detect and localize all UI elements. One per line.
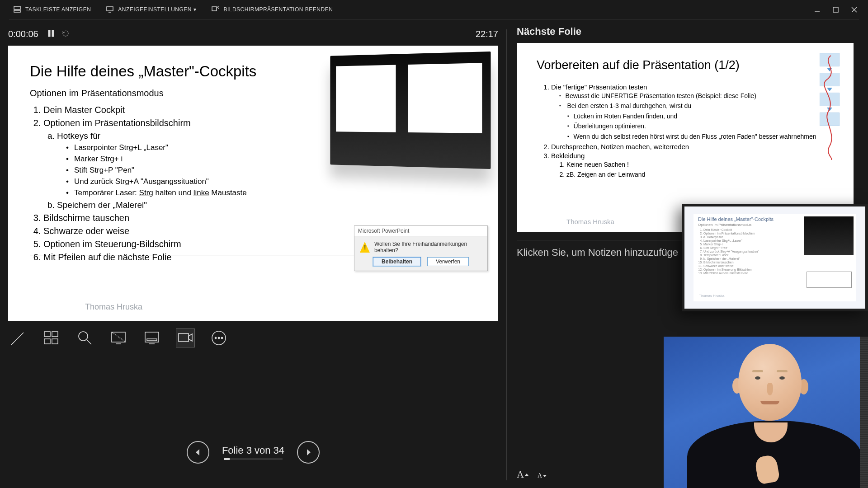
clock-time: 22:17 — [476, 29, 498, 39]
svg-point-19 — [79, 332, 88, 341]
hotkey-4: Und zurück Strg+A "Ausgangssituation" — [66, 177, 476, 186]
svg-point-29 — [215, 337, 216, 338]
svg-rect-24 — [147, 339, 157, 341]
black-screen-tool[interactable] — [109, 329, 127, 347]
show-taskbar-button[interactable]: TASKLEISTE ANZEIGEN — [8, 6, 101, 13]
end-presentation-label: BILDSCHIRMPRÄSENTATION BEENDEN — [223, 6, 333, 13]
svg-point-31 — [221, 337, 222, 338]
dialog-text: Wollen Sie Ihre Freihandanmerkungen beha… — [374, 241, 482, 253]
next-slide-title: Vorbereiten auf die Präsentation (1/2) — [537, 58, 834, 72]
next-p3a: Keine neuen Sachen ! — [566, 160, 834, 169]
maximize-icon[interactable] — [833, 7, 839, 13]
svg-rect-4 — [212, 7, 217, 11]
pause-button[interactable] — [47, 29, 55, 39]
svg-rect-16 — [52, 332, 58, 337]
next-p1b3: Wenn du dich selbst reden hörst wirst du… — [567, 131, 834, 141]
svg-rect-0 — [14, 10, 20, 12]
svg-rect-17 — [44, 339, 50, 344]
next-p1b: Bei den ersten 1-3 mal durchgehen, wirst… — [559, 101, 834, 141]
svg-marker-33 — [307, 449, 311, 455]
zoom-tool[interactable] — [76, 329, 94, 347]
subtitle-tool[interactable] — [143, 329, 161, 347]
display-settings-label: ANZEIGEEINSTELLUNGEN ▾ — [118, 6, 196, 13]
svg-rect-2 — [107, 7, 113, 11]
hotkey-5: Temporärer Laser: Strg halten und linke … — [66, 188, 476, 197]
slide-item-3: Bildschirme tauschen — [43, 213, 476, 223]
window-controls — [814, 7, 860, 13]
svg-marker-32 — [196, 449, 199, 455]
svg-line-20 — [87, 340, 91, 344]
svg-rect-1 — [14, 6, 20, 9]
slide-item-2b: Speichern der „Malerei" — [57, 200, 476, 210]
pen-tool[interactable] — [9, 329, 27, 347]
close-icon[interactable] — [851, 7, 857, 13]
svg-rect-8 — [833, 7, 838, 12]
display-settings-icon — [106, 6, 113, 13]
svg-rect-15 — [44, 332, 50, 337]
increase-font-button[interactable]: A — [517, 469, 528, 480]
timer-row: 0:00:06 22:17 — [8, 26, 498, 42]
svg-rect-18 — [52, 339, 58, 344]
dialog-title: Microsoft PowerPoint — [354, 226, 487, 236]
slide-counter: Folie 3 von 34 — [222, 445, 284, 460]
slide-nav: Folie 3 von 34 — [8, 441, 498, 464]
end-presentation-button[interactable]: BILDSCHIRMPRÄSENTATION BEENDEN — [206, 6, 343, 13]
top-toolbar: TASKLEISTE ANZEIGEN ANZEIGEEINSTELLUNGEN… — [0, 0, 868, 19]
presenter-mirror-overlay: Die Hilfe deines „Master"-Cockpits Optio… — [682, 204, 868, 311]
next-slide-heading: Nächste Folie — [517, 26, 864, 38]
taskbar-icon — [14, 6, 21, 13]
next-p1: Die "fertige" Präsentation testen Bewuss… — [551, 83, 834, 141]
slide-author: Thomas Hruska — [85, 302, 142, 312]
thread-graphic — [817, 53, 842, 161]
next-p1b1: Lücken im Roten Fanden finden, und — [567, 111, 834, 121]
display-settings-button[interactable]: ANZEIGEEINSTELLUNGEN ▾ — [101, 6, 206, 13]
embedded-dialog: Microsoft PowerPoint Wollen Sie Ihre Fre… — [354, 225, 488, 271]
next-p1a: Bewusst die UNFERTIGE Präsentation teste… — [559, 91, 834, 101]
reset-button[interactable] — [62, 29, 69, 39]
svg-line-14 — [11, 343, 14, 345]
end-presentation-icon — [212, 6, 219, 13]
svg-rect-11 — [48, 30, 50, 37]
next-p1b2: Überleitungen optimieren. — [567, 121, 834, 131]
svg-rect-26 — [179, 333, 189, 342]
dialog-discard-button: Verwerfen — [427, 257, 469, 266]
decrease-font-button[interactable]: A — [538, 472, 547, 479]
show-taskbar-label: TASKLEISTE ANZEIGEN — [25, 6, 91, 13]
svg-point-30 — [218, 337, 219, 338]
svg-rect-12 — [52, 30, 54, 37]
warning-icon — [360, 242, 370, 253]
mirror-author: Thomas Hruska — [699, 294, 724, 298]
minimize-icon[interactable] — [814, 7, 820, 13]
more-tool[interactable] — [210, 329, 228, 347]
camera-tool[interactable] — [176, 329, 194, 347]
next-p2: Durchsprechen, Notizen machen, weiterred… — [551, 143, 834, 150]
dialog-keep-button: Beibehalten — [373, 257, 421, 266]
svg-line-6 — [217, 7, 219, 9]
webcam-feed[interactable] — [664, 337, 868, 488]
see-all-slides-tool[interactable] — [42, 329, 61, 347]
next-slide-button[interactable] — [297, 441, 320, 464]
slide-tool-row — [8, 321, 498, 355]
current-slide[interactable]: Die Hilfe deines „Master"-Cockpits Optio… — [8, 46, 498, 321]
embedded-monitor-image — [330, 52, 491, 169]
hotkey-3: Stift Strg+P "Pen" — [66, 166, 476, 175]
font-size-controls: A A — [517, 469, 547, 480]
next-slide-author: Thomas Hruska — [566, 218, 614, 225]
svg-marker-27 — [189, 334, 192, 341]
elapsed-time: 0:00:06 — [8, 29, 38, 39]
next-p3b: zB. Zeigen an der Leinwand — [566, 169, 834, 179]
next-p3: Bekleidung Keine neuen Sachen ! zB. Zeig… — [551, 152, 834, 180]
prev-slide-button[interactable] — [187, 441, 209, 464]
callout-arrow — [30, 255, 364, 255]
